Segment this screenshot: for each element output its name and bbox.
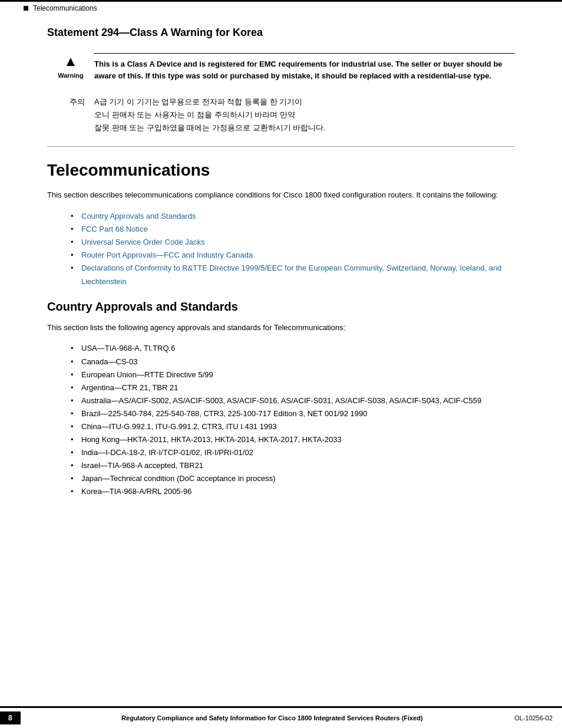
link-country-approvals[interactable]: Country Approvals and Standards <box>81 212 196 220</box>
warning-triangle-icon: ▲ <box>64 53 78 70</box>
bottom-title: Regulatory Compliance and Safety Informa… <box>30 714 514 722</box>
korean-text: A급 기기 이 기기는 업무용으로 전자파 적합 등록을 한 기기이 오니 판매… <box>94 95 515 134</box>
list-item: Router Port Approvals—FCC and Industry C… <box>71 249 515 262</box>
list-item: European Union—RTTE Directive 5/99 <box>71 368 515 381</box>
list-item: Brazil—225-540-784, 225-540-788, CTR3, 2… <box>71 407 515 420</box>
top-bar: Telecommunications <box>0 0 562 15</box>
list-item: Canada—CS-03 <box>71 355 515 368</box>
country-approvals-title: Country Approvals and Standards <box>47 300 515 314</box>
warning-section: ▲ Warning This is a Class A Device and i… <box>47 53 515 81</box>
country-approvals-intro: This section lists the following agency … <box>47 322 507 334</box>
link-fcc-notice[interactable]: FCC Part 68 Notice <box>81 225 148 233</box>
list-item: Korea—TIA-968-A/RRL 2005-96 <box>71 485 515 498</box>
warning-text: This is a Class A Device and is register… <box>94 58 515 81</box>
list-item: Israel—TIA-968-A accepted, TBR21 <box>71 459 515 472</box>
top-bar-label: Telecommunications <box>33 4 97 12</box>
telecom-links-list: Country Approvals and Standards FCC Part… <box>71 210 515 288</box>
main-content: Statement 294—Class A Warning for Korea … <box>0 15 562 558</box>
statement-title: Statement 294—Class A Warning for Korea <box>47 27 515 39</box>
list-item: FCC Part 68 Notice <box>71 223 515 236</box>
korean-section: 주의 A급 기기 이 기기는 업무용으로 전자파 적합 등록을 한 기기이 오니… <box>47 95 515 134</box>
top-bar-dot <box>24 6 28 11</box>
section-divider <box>47 146 515 147</box>
list-item: India—I-DCA-18-2, IR-I/TCP-01/02, IR-I/P… <box>71 446 515 459</box>
warning-icon-col: ▲ Warning <box>47 53 94 79</box>
korean-label: 주의 <box>47 95 94 107</box>
list-item: Declarations of Conformity to R&TTE Dire… <box>71 262 515 288</box>
link-usoc-jacks[interactable]: Universal Service Order Code Jacks <box>81 238 205 246</box>
list-item: Argentina—CTR 21, TBR 21 <box>71 381 515 394</box>
telecom-intro: This section describes telecommunication… <box>47 189 507 202</box>
telecom-title: Telecommunications <box>47 161 515 180</box>
warning-content: This is a Class A Device and is register… <box>94 53 515 81</box>
list-item: Universal Service Order Code Jacks <box>71 236 515 249</box>
page-number: 8 <box>0 711 21 724</box>
korean-line3: 잘못 판매 또는 구입하였을 때에는 가정용으로 교환하시기 바랍니다. <box>94 121 515 134</box>
list-item: Hong Kong—HKTA-2011, HKTA-2013, HKTA-201… <box>71 433 515 446</box>
warning-label: Warning <box>58 72 84 79</box>
list-item: USA—TIA-968-A, TI.TRQ.6 <box>71 342 515 355</box>
list-item: Country Approvals and Standards <box>71 210 515 223</box>
list-item: Australia—AS/ACIF-S002, AS/ACIF-S003, AS… <box>71 394 515 407</box>
bottom-bar: 8 Regulatory Compliance and Safety Infor… <box>0 706 562 728</box>
link-declarations[interactable]: Declarations of Conformity to R&TTE Dire… <box>81 263 501 285</box>
bottom-doc-num: OL-10256-02 <box>514 714 562 722</box>
list-item: Japan—Technical condition (DoC acceptanc… <box>71 472 515 485</box>
link-router-port[interactable]: Router Port Approvals—FCC and Industry C… <box>81 251 253 259</box>
korean-line2: 오니 판매자 또는 사용자는 이 점을 주의하시기 바라며 만약 <box>94 108 515 121</box>
list-item: China—ITU-G.992.1, ITU-G.991.2, CTR3, IT… <box>71 420 515 433</box>
korean-line1: A급 기기 이 기기는 업무용으로 전자파 적합 등록을 한 기기이 <box>94 95 515 108</box>
standards-list: USA—TIA-968-A, TI.TRQ.6 Canada—CS-03 Eur… <box>71 342 515 498</box>
